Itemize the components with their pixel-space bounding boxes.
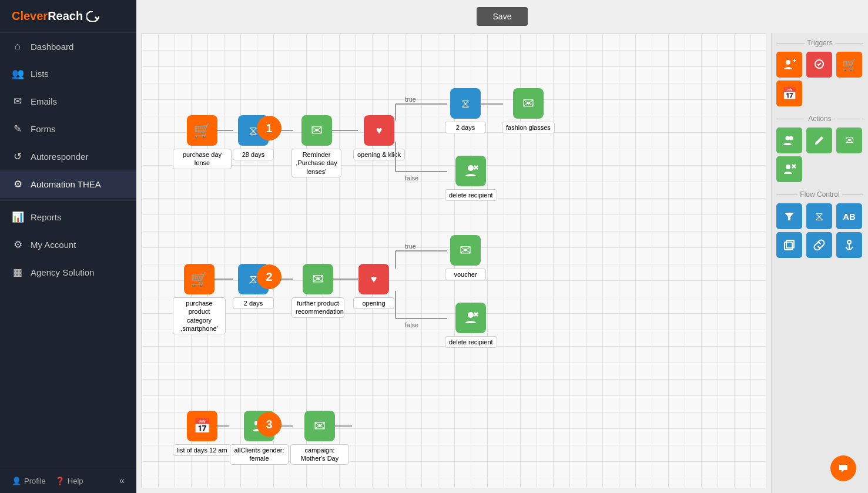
- svg-point-25: [468, 312, 474, 318]
- flow1-node5[interactable]: ⧖ 2 days: [445, 88, 486, 133]
- flow1-node6[interactable]: ✉ fashion glasses: [502, 88, 555, 133]
- sidebar-item-forms[interactable]: ✎ Forms: [0, 115, 136, 143]
- purchase-trigger-icon: 🛒: [187, 115, 217, 146]
- flow3-node1[interactable]: 📅 list of days 12 am: [173, 411, 232, 456]
- autoresponder-icon: ↺: [12, 150, 24, 163]
- svg-text:true: true: [405, 243, 416, 250]
- flow2-node3[interactable]: ✉ further product recommendation: [291, 264, 344, 318]
- flow1-node4-label: opening & klick: [353, 149, 405, 160]
- flow2-node1-label: purchase product category ,smartphone': [173, 297, 226, 334]
- profile-icon: 👤: [12, 477, 21, 485]
- flow2-node5-label: voucher: [445, 269, 486, 280]
- svg-point-31: [786, 60, 790, 65]
- forms-icon: ✎: [12, 123, 24, 135]
- svg-point-42: [847, 240, 851, 244]
- flow3-node3[interactable]: ✉ campaign: Mother's Day: [290, 411, 349, 465]
- triggers-grid: 🛒 📅: [776, 52, 863, 106]
- trigger-cart-btn[interactable]: 🛒: [836, 52, 862, 78]
- flow3-node3-label: campaign: Mother's Day: [290, 444, 349, 465]
- sidebar-item-emails[interactable]: ✉ Emails: [0, 88, 136, 115]
- logo: CleverReach: [0, 0, 136, 33]
- flow-ab-btn[interactable]: AB: [836, 203, 862, 229]
- flow-wait-btn[interactable]: ⧖: [806, 203, 832, 229]
- sidebar-item-label: Reports: [31, 212, 62, 222]
- sidebar-item-reports[interactable]: 📊 Reports: [0, 203, 136, 231]
- voucher-icon: ✉: [450, 235, 481, 266]
- svg-rect-40: [785, 242, 792, 250]
- flow2-node5[interactable]: ✉ voucher: [445, 235, 486, 280]
- logo-text: CleverReach: [12, 9, 83, 23]
- profile-link[interactable]: 👤 Profile: [12, 477, 46, 485]
- flow-link-btn[interactable]: [806, 232, 832, 258]
- sidebar-item-myaccount[interactable]: ⚙ My Account: [0, 231, 136, 259]
- flow-control-title: Flow Control: [776, 190, 863, 199]
- svg-text:false: false: [405, 321, 418, 328]
- sidebar-item-label: Forms: [31, 124, 56, 134]
- sidebar-item-automation[interactable]: ⚙ Automation THEA: [0, 170, 136, 198]
- save-button[interactable]: Save: [477, 7, 528, 26]
- flow-filter-btn[interactable]: [776, 203, 802, 229]
- emails-icon: ✉: [12, 95, 24, 108]
- condition2-icon: ♥: [358, 264, 389, 294]
- automation-canvas[interactable]: true false true false: [141, 33, 766, 488]
- reports-icon: 📊: [12, 211, 24, 223]
- action-email-btn[interactable]: ✉: [836, 128, 862, 153]
- svg-rect-41: [786, 240, 794, 248]
- help-link[interactable]: ❓ Help: [55, 477, 83, 485]
- lists-icon: 👥: [12, 68, 24, 80]
- sidebar-item-label: My Account: [31, 240, 76, 250]
- flow-anchor-btn[interactable]: [836, 232, 862, 258]
- email3-icon: ✉: [304, 411, 335, 441]
- flow2-node6[interactable]: delete recipient: [445, 303, 497, 348]
- step-1-circle: 1: [257, 116, 281, 140]
- trigger-calendar-btn[interactable]: 📅: [776, 81, 802, 106]
- flow1-node3-label: Reminder ,Purchase day lenses': [291, 149, 341, 177]
- flow1-node3[interactable]: ✉ Reminder ,Purchase day lenses': [291, 115, 341, 177]
- svg-text:false: false: [405, 175, 418, 182]
- triggers-section: Triggers: [776, 39, 863, 106]
- wait-icon-2: ⧖: [450, 88, 481, 119]
- flow2-node3-label: further product recommendation: [291, 297, 344, 318]
- flow2-node4[interactable]: ♥ opening: [353, 264, 394, 309]
- email-icon: ✉: [301, 115, 332, 146]
- feedback-button[interactable]: [830, 455, 856, 481]
- step-2-circle: 2: [257, 264, 281, 289]
- action-group-btn[interactable]: [776, 128, 802, 153]
- sidebar-item-autoresponder[interactable]: ↺ Autoresponder: [0, 143, 136, 170]
- flow1-node4[interactable]: ♥ opening & klick: [353, 115, 405, 160]
- trigger-condition-btn[interactable]: [806, 52, 832, 78]
- svg-point-34: [786, 136, 790, 140]
- flow3-node1-label: list of days 12 am: [173, 444, 232, 456]
- sidebar-item-dashboard[interactable]: ⌂ Dashboard: [0, 33, 136, 60]
- condition-icon: ♥: [364, 115, 394, 146]
- trigger-add-contact-btn[interactable]: [776, 52, 802, 78]
- flow1-node2-label: 28 days: [233, 149, 274, 160]
- sidebar-item-label: Automation THEA: [31, 179, 101, 189]
- actions-section: Actions: [776, 115, 863, 182]
- action-delete-btn[interactable]: [776, 156, 802, 182]
- flow1-node1-label: purchase day lense: [173, 149, 232, 169]
- sidebar-item-label: Dashboard: [31, 42, 73, 52]
- flow1-node7[interactable]: delete recipient: [445, 156, 497, 201]
- delete-recipient-icon: [455, 156, 486, 186]
- flow1-node5-label: 2 days: [445, 122, 486, 133]
- step-3-circle: 3: [257, 412, 281, 437]
- sidebar-item-label: Emails: [31, 96, 57, 106]
- purchase2-trigger-icon: 🛒: [184, 264, 215, 294]
- svg-point-35: [789, 136, 793, 140]
- actions-grid: ✉: [776, 128, 863, 182]
- sidebar-item-lists[interactable]: 👥 Lists: [0, 60, 136, 88]
- flow2-node2-label: 2 days: [233, 297, 274, 309]
- flow-control-section: Flow Control ⧖ AB: [776, 190, 863, 258]
- sidebar-item-agency[interactable]: ▦ Agency Solution: [0, 259, 136, 286]
- action-edit-btn[interactable]: [806, 128, 832, 153]
- flow-copy-btn[interactable]: [776, 232, 802, 258]
- flow2-node1[interactable]: 🛒 purchase product category ,smartphone': [173, 264, 226, 334]
- flow1-node1[interactable]: 🛒 purchase day lense: [173, 115, 232, 169]
- sidebar-item-label: Lists: [31, 69, 49, 79]
- agency-icon: ▦: [12, 266, 24, 279]
- actions-title: Actions: [776, 115, 863, 123]
- canvas-wrapper: true false true false: [136, 33, 868, 493]
- sidebar-item-label: Autoresponder: [31, 152, 88, 162]
- collapse-button[interactable]: «: [119, 475, 125, 486]
